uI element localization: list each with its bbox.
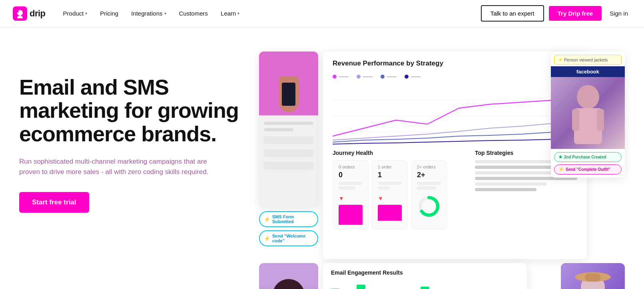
nav-links: Product ▾ Pricing Integrations ▾ Custome…	[58, 7, 481, 20]
hero-left: Email and SMS marketing for growing ecom…	[19, 51, 251, 213]
email-bar-chart	[331, 281, 519, 289]
nav-pricing[interactable]: Pricing	[95, 7, 123, 20]
email-engagement-panel: Email Engagement Results	[323, 263, 527, 289]
journey-col-0: 0 orders 0 ▼	[333, 160, 369, 229]
journey-col-0-label: 0 orders	[339, 164, 363, 169]
legend-dot-lavender	[357, 75, 361, 79]
chevron-down-icon: ▾	[237, 11, 239, 16]
journey-col-1: 1 order 1 ▼	[372, 160, 408, 229]
nav-integrations[interactable]: Integrations ▾	[126, 7, 171, 20]
legend-dot-darkblue	[405, 75, 409, 79]
journey-col-0-num: 0	[339, 171, 363, 179]
hero-dashboard: ⚡ SMS Form Submitted ⚡ Send "Welcome cod…	[259, 51, 625, 283]
legend-item-2: ——	[357, 74, 373, 79]
drip-logo-icon	[13, 6, 27, 21]
chevron-down-icon: ▾	[85, 11, 87, 16]
nav-product[interactable]: Product ▾	[58, 7, 92, 20]
journey-col-2: 2+ orders 2+	[411, 160, 447, 229]
facebook-ad-panel: ★ Person viewed jackets facebook ★ 2nd P…	[551, 51, 625, 178]
svg-point-2	[17, 11, 19, 12]
email-bar-8	[421, 287, 429, 289]
fb-header: facebook	[551, 66, 625, 77]
journey-col-1-label: 1 order	[378, 164, 402, 169]
svg-point-8	[577, 85, 599, 109]
journey-col-2-label: 2+ orders	[417, 164, 441, 169]
legend-dot-blue	[381, 75, 385, 79]
journey-col-2-num: 2+	[417, 171, 441, 179]
phone-image	[259, 51, 318, 115]
hero-title: Email and SMS marketing for growing ecom…	[19, 75, 251, 145]
bottom-left-panel	[259, 263, 318, 289]
journey-strategies-row: Journey Health 0 orders 0 ▼	[333, 150, 577, 229]
legend-item-1: ——	[333, 74, 349, 79]
fb-trigger-tag: ★ Person viewed jackets	[554, 55, 622, 65]
donut-chart	[417, 195, 441, 218]
down-arrow-icon: ▼	[339, 195, 363, 202]
chart-title: Revenue Performance by Strategy	[333, 59, 577, 67]
star-icon: ★	[558, 57, 562, 62]
nav-customers[interactable]: Customers	[174, 7, 213, 20]
try-drip-free-button[interactable]: Try Drip free	[549, 6, 602, 21]
fb-strategy-tags: ★ 2nd Purchase Created ⚡ Send "Complete …	[551, 149, 625, 178]
chart-panel: Revenue Performance by Strategy —— —— ——	[323, 51, 587, 259]
hero-subtitle: Run sophisticated multi-channel marketin…	[19, 156, 211, 178]
hand-icon	[279, 76, 299, 112]
phone-screen	[282, 83, 295, 106]
magenta-bar-1	[378, 205, 402, 221]
logo[interactable]: drip	[13, 6, 46, 21]
fb-strategy-1: ★ 2nd Purchase Created	[554, 152, 622, 162]
legend-dot-pink	[333, 75, 337, 79]
talk-to-expert-button[interactable]: Talk to an expert	[481, 5, 544, 22]
lightning-icon: ⚡	[264, 236, 270, 241]
email-bar-3	[357, 285, 365, 289]
chevron-down-icon: ▾	[164, 11, 166, 16]
legend-item-4: ——	[405, 74, 421, 79]
revenue-chart	[333, 84, 577, 148]
sms-form-submitted-button[interactable]: ⚡ SMS Form Submitted	[259, 211, 318, 227]
journey-health-section: Journey Health 0 orders 0 ▼	[333, 150, 469, 229]
journey-columns: 0 orders 0 ▼ 1 order	[333, 160, 469, 229]
donut-svg	[418, 195, 440, 218]
svg-rect-15	[585, 273, 601, 281]
fb-strategy-2: ⚡ Send "Complete Outfit"	[554, 164, 622, 174]
journey-col-1-num: 1	[378, 171, 402, 179]
down-arrow-icon: ▼	[378, 195, 402, 202]
person-figure	[273, 279, 305, 289]
send-welcome-code-button[interactable]: ⚡ Send "Welcome code"	[259, 230, 318, 246]
email-panel-title: Email Engagement Results	[331, 269, 519, 276]
navbar: drip Product ▾ Pricing Integrations ▾ Cu…	[0, 0, 644, 27]
star-icon: ★	[558, 154, 562, 160]
phone-content-lines	[259, 115, 318, 176]
person-image-black-dress	[259, 263, 318, 289]
legend-item-3: ——	[381, 74, 397, 79]
hero-section: Email and SMS marketing for growing ecom…	[0, 28, 644, 289]
fb-person-svg	[566, 77, 610, 149]
svg-rect-11	[597, 109, 604, 131]
nav-actions: Talk to an expert Try Drip free Sign in	[481, 5, 631, 22]
fb-image	[551, 77, 625, 149]
svg-rect-10	[572, 109, 579, 131]
bottom-right-panel	[561, 263, 625, 289]
logo-text: drip	[30, 8, 46, 19]
phone-panel	[259, 51, 318, 207]
lightning-icon: ⚡	[558, 167, 564, 172]
chart-legend: —— —— —— ——	[333, 74, 577, 79]
workflow-buttons: ⚡ SMS Form Submitted ⚡ Send "Welcome cod…	[259, 211, 318, 246]
bottom-right-person-svg	[561, 263, 625, 289]
sign-in-button[interactable]: Sign in	[606, 7, 631, 20]
journey-health-title: Journey Health	[333, 150, 469, 156]
magenta-bar-0	[339, 205, 363, 225]
lightning-icon: ⚡	[264, 216, 270, 222]
nav-learn[interactable]: Learn ▾	[216, 7, 244, 20]
start-free-trial-button[interactable]: Start free trial	[19, 192, 89, 213]
